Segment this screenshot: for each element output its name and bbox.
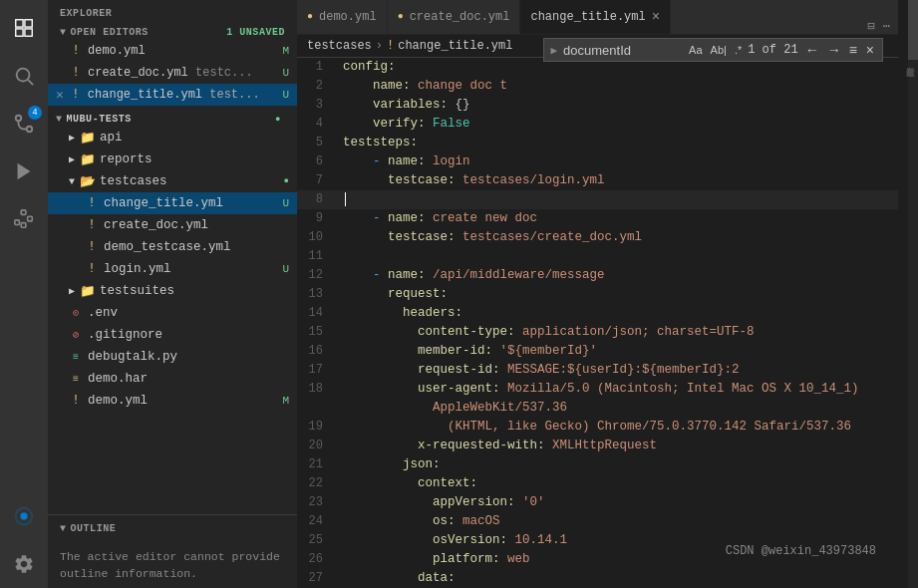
svg-point-7 — [27, 127, 33, 133]
scrollbar-track[interactable] — [908, 0, 918, 588]
testcases-modified-dot: ● — [284, 176, 289, 186]
open-editor-demo-yml[interactable]: ! demo.yml M — [48, 40, 297, 62]
minimap-area: 影老这这 — [898, 0, 918, 588]
close-icon[interactable]: ✕ — [52, 87, 68, 103]
code-line-10: 10 testcase: testcases/create_doc.yml — [297, 228, 898, 247]
run-activity-icon[interactable] — [0, 147, 48, 195]
search-list-btn[interactable]: ≡ — [846, 42, 860, 58]
svg-rect-0 — [16, 20, 23, 27]
code-line-27: 27 data: — [297, 569, 898, 588]
code-line-12: 12 - name: /api/middleware/message — [297, 266, 898, 285]
explorer-icon[interactable] — [0, 4, 48, 52]
remote-icon[interactable] — [0, 492, 48, 540]
editor-actions: ⊟ ⋯ — [860, 19, 898, 34]
tree-item-demo-yml[interactable]: ! demo.yml M — [48, 390, 297, 412]
source-control-activity-icon[interactable]: 4 — [0, 100, 48, 147]
tab-change-title[interactable]: change_title.yml × — [520, 0, 671, 34]
svg-point-6 — [16, 116, 22, 122]
svg-rect-11 — [28, 216, 33, 221]
search-count: 1 of 21 — [748, 43, 797, 57]
folder-arrow-testcases: ▼ — [64, 173, 80, 189]
code-line-13: 13 request: — [297, 285, 898, 304]
search-widget: ▶ Aa Ab| .* 1 of 21 ← → ≡ × — [543, 38, 883, 62]
yaml-icon-ct: ! — [84, 195, 100, 211]
tab-create-doc[interactable]: ● create_doc.yml — [388, 0, 521, 34]
open-editor-change-title[interactable]: ✕ ! change_title.yml test... U — [48, 84, 297, 106]
breadcrumb-testcases[interactable]: testcases — [307, 39, 372, 53]
code-line-16: 16 member-id: '${memberId}' — [297, 342, 898, 361]
code-line-9: 9 - name: create new doc — [297, 209, 898, 228]
tab-close-change-title[interactable]: × — [652, 9, 660, 25]
code-line-14: 14 headers: — [297, 304, 898, 323]
git-icon: ⊘ — [68, 327, 84, 343]
svg-line-5 — [28, 80, 33, 85]
yaml-icon-dt: ! — [84, 239, 100, 255]
svg-point-4 — [17, 69, 30, 82]
regex-btn[interactable]: .* — [733, 44, 744, 56]
whole-word-btn[interactable]: Ab| — [709, 44, 729, 56]
svg-point-13 — [20, 512, 27, 519]
breadcrumb-file[interactable]: change_title.yml — [398, 39, 512, 53]
code-line-24: 24 os: macOS — [297, 512, 898, 531]
code-line-6: 6 - name: login — [297, 152, 898, 171]
tab-demo-yml[interactable]: ● demo.yml — [297, 0, 388, 34]
tree-item-gitignore[interactable]: ⊘ .gitignore — [48, 324, 297, 346]
open-editors-header[interactable]: ▼ OPEN EDITORS 1 UNSAVED — [48, 23, 297, 40]
case-sensitive-btn[interactable]: Aa — [687, 44, 704, 56]
outline-empty-text: The active editor cannot provide outline… — [48, 542, 297, 589]
tree-item-reports[interactable]: ▶ 📁 reports — [48, 148, 297, 170]
tree-item-demo-testcase[interactable]: ! demo_testcase.yml — [48, 236, 297, 258]
search-input[interactable] — [563, 43, 683, 58]
code-line-17: 17 request-id: MESSAGE:${userId}:${membe… — [297, 361, 898, 380]
search-activity-icon[interactable] — [0, 52, 48, 100]
file-tree: ▶ 📁 api ▶ 📁 reports ▼ 📂 testcases ● ! ch… — [48, 127, 297, 514]
folder-icon-api: 📁 — [80, 130, 96, 146]
search-prev-btn[interactable]: ← — [802, 42, 822, 58]
code-editor[interactable]: 1 config: 2 name: change doc t 3 variabl… — [297, 58, 898, 588]
split-editor-icon[interactable]: ⊟ — [868, 19, 875, 34]
code-line-25: 25 osVersion: 10.14.1 — [297, 531, 898, 550]
code-line-2: 2 name: change doc t — [297, 77, 898, 96]
outline-section: ▼ OUTLINE — [48, 514, 297, 542]
code-line-8: 8 — [297, 190, 898, 209]
tree-item-login[interactable]: ! login.yml U — [48, 258, 297, 280]
svg-rect-10 — [21, 210, 26, 215]
code-line-7: 7 testcase: testcases/login.yml — [297, 171, 898, 190]
yaml-icon-d: ! — [68, 393, 84, 409]
folder-icon-testcases: 📂 — [80, 173, 96, 189]
yaml-icon-l: ! — [84, 261, 100, 277]
sidebar: EXPLORER ▼ OPEN EDITORS 1 UNSAVED ! demo… — [48, 0, 297, 588]
project-header[interactable]: ▼ MUBU-TESTS ● — [48, 110, 297, 127]
code-line-18b: AppleWebKit/537.36 — [297, 399, 898, 418]
search-close-btn[interactable]: × — [864, 42, 876, 58]
extensions-activity-icon[interactable] — [0, 195, 48, 243]
svg-marker-8 — [18, 163, 31, 180]
source-control-badge: 4 — [28, 106, 42, 120]
scrollbar-thumb[interactable] — [908, 0, 918, 60]
more-actions-icon[interactable]: ⋯ — [883, 19, 890, 34]
code-line-22: 22 context: — [297, 474, 898, 493]
tree-item-demo-har[interactable]: ≡ demo.har — [48, 368, 297, 390]
search-next-btn[interactable]: → — [824, 42, 844, 58]
tree-item-api[interactable]: ▶ 📁 api — [48, 127, 297, 148]
outline-header[interactable]: ▼ OUTLINE — [60, 523, 285, 534]
open-editor-create-doc[interactable]: ! create_doc.yml testc... U — [48, 62, 297, 84]
env-icon: ⊙ — [68, 305, 84, 321]
tree-item-testcases[interactable]: ▼ 📂 testcases ● — [48, 170, 297, 192]
folder-arrow-testsuites: ▶ — [64, 283, 80, 299]
tree-item-env[interactable]: ⊙ .env — [48, 302, 297, 324]
breadcrumb-exclamation: ! — [387, 39, 394, 53]
tree-item-change-title[interactable]: ! change_title.yml U — [48, 192, 297, 214]
tab-dirty-demo: ● — [307, 11, 313, 22]
search-expand-icon[interactable]: ▶ — [550, 44, 557, 57]
code-line-23: 23 appVersion: '0' — [297, 493, 898, 512]
svg-rect-9 — [15, 220, 20, 225]
svg-rect-2 — [16, 29, 23, 36]
search-navigation: ← → ≡ — [802, 42, 860, 58]
tree-item-testsuites[interactable]: ▶ 📁 testsuites — [48, 280, 297, 302]
yaml-icon-3: ! — [68, 87, 84, 103]
tree-item-debugtalk[interactable]: ≡ debugtalk.py — [48, 346, 297, 368]
tree-item-create-doc[interactable]: ! create_doc.yml — [48, 214, 297, 236]
activity-bar-bottom — [0, 492, 48, 588]
settings-icon[interactable] — [0, 540, 48, 588]
